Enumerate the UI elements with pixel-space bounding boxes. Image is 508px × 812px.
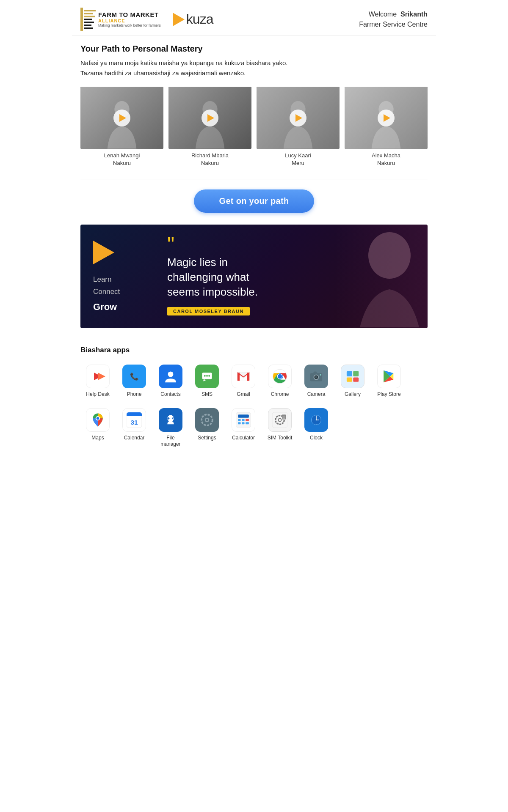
get-on-path-button[interactable]: Get on your path [194, 189, 315, 213]
app-contacts[interactable]: Contacts [153, 360, 188, 402]
svg-rect-5 [84, 22, 94, 23]
app-maps[interactable]: Maps [80, 404, 115, 452]
svg-rect-38 [314, 372, 317, 374]
video-label-4: Alex MachaNakuru [345, 152, 428, 167]
ftma-subtitle: ALLIANCE [98, 18, 161, 24]
sms-icon [195, 365, 219, 388]
ftma-tagline: Making markets work better for farmers [98, 24, 161, 28]
video-card-1[interactable]: Lenah MwangiNakuru [80, 87, 163, 167]
calendar-label: Calendar [124, 435, 145, 442]
kuza-play-icon [173, 13, 185, 26]
gmail-icon-svg [236, 369, 251, 384]
svg-rect-77 [282, 416, 285, 416]
apps-section: Biashara apps Help Desk 📞 Phone [72, 342, 436, 465]
svg-point-22 [206, 375, 208, 377]
app-gmail[interactable]: Gmail [226, 360, 261, 402]
playstore-icon-svg [381, 369, 397, 384]
calculator-label: Calculator [232, 435, 255, 442]
app-chrome[interactable]: Chrome [262, 360, 297, 402]
helpdesk-icon-svg [90, 369, 105, 384]
svg-point-21 [204, 375, 206, 377]
svg-rect-3 [84, 16, 95, 17]
svg-rect-70 [246, 422, 249, 424]
app-settings[interactable]: Settings [190, 404, 224, 452]
video-label-1: Lenah MwangiNakuru [80, 152, 163, 167]
header: FARM TO MARKET ALLIANCE Making markets w… [72, 0, 436, 36]
header-logos: FARM TO MARKET ALLIANCE Making markets w… [80, 8, 213, 31]
video-thumb-3[interactable] [257, 87, 340, 149]
svg-point-52 [97, 417, 99, 420]
welcome-text: Welcome [369, 11, 397, 18]
banner-grow-text: Grow [93, 302, 117, 313]
svg-rect-41 [347, 371, 352, 376]
app-phone[interactable]: 📞 Phone [117, 360, 152, 402]
helpdesk-label: Help Desk [86, 391, 109, 398]
video-card-4[interactable]: Alex MachaNakuru [345, 87, 428, 167]
app-gallery[interactable]: Gallery [335, 360, 370, 402]
svg-rect-6 [84, 25, 91, 26]
hero-description: Nafasi ya mara moja katika maisha ya kup… [80, 58, 428, 78]
phone-label: Phone [127, 391, 142, 398]
video-label-2: Richard MbariaNakuru [168, 152, 251, 167]
clock-icon-svg [309, 412, 324, 428]
video-card-2[interactable]: Richard MbariaNakuru [168, 87, 251, 167]
svg-rect-28 [247, 373, 249, 381]
app-simtoolkit[interactable]: SIM Toolkit [262, 404, 297, 452]
video-card-3[interactable]: Lucy KaariMeru [257, 87, 340, 167]
app-sms[interactable]: SMS [190, 360, 224, 402]
settings-label: Settings [198, 435, 216, 442]
app-filemanager[interactable]: Filemanager [153, 404, 188, 452]
app-calculator[interactable]: Calculator [226, 404, 261, 452]
camera-icon-svg [309, 369, 324, 384]
calculator-icon-svg [236, 412, 251, 428]
gallery-icon-svg [345, 369, 360, 384]
app-calendar[interactable]: 31 Calendar [117, 404, 152, 452]
app-helpdesk[interactable]: Help Desk [80, 360, 115, 402]
play-icon-3 [295, 114, 302, 122]
svg-rect-67 [246, 419, 249, 421]
svg-point-18 [168, 372, 174, 377]
simtoolkit-label: SIM Toolkit [268, 435, 292, 442]
play-button-3[interactable] [290, 110, 306, 126]
svg-point-32 [278, 374, 282, 379]
play-button-2[interactable] [202, 110, 218, 126]
svg-point-12 [368, 232, 411, 279]
learn-text: Learn [93, 275, 111, 283]
play-button-1[interactable] [113, 110, 130, 126]
svg-rect-68 [238, 422, 240, 424]
play-icon-4 [384, 114, 390, 122]
filemanager-icon [159, 408, 182, 432]
apps-section-title: Biashara apps [80, 346, 428, 354]
video-thumb-1[interactable] [80, 87, 163, 149]
gmail-label: Gmail [237, 391, 250, 398]
cta-section: Get on your path [80, 189, 428, 213]
svg-text:📞: 📞 [130, 372, 139, 381]
ftma-icon [80, 8, 96, 31]
app-camera[interactable]: Camera [299, 360, 334, 402]
ftma-text: FARM TO MARKET ALLIANCE Making markets w… [98, 11, 161, 28]
svg-point-74 [279, 419, 281, 421]
clock-icon [304, 408, 328, 432]
filemanager-label: Filemanager [160, 435, 180, 448]
banner: Learn Connect Grow " Magic lies inchalle… [80, 225, 428, 328]
svg-rect-69 [242, 422, 244, 424]
phone-icon: 📞 [122, 365, 146, 388]
chrome-icon-svg [272, 369, 287, 384]
app-clock[interactable]: Clock [299, 404, 334, 452]
connect-text: Connect [93, 288, 120, 296]
settings-icon [195, 408, 219, 432]
clock-label: Clock [310, 435, 323, 442]
play-icon-1 [119, 114, 126, 122]
app-playstore[interactable]: Play Store [372, 360, 406, 402]
svg-rect-0 [80, 8, 83, 31]
sms-label: SMS [202, 391, 213, 398]
play-button-4[interactable] [378, 110, 395, 126]
welcome-message: Welcome Srikanth Farmer Service Centre [359, 9, 428, 30]
playstore-icon [377, 365, 401, 388]
camera-label: Camera [307, 391, 326, 398]
video-thumb-2[interactable] [168, 87, 251, 149]
helpdesk-icon [86, 365, 110, 388]
video-thumb-4[interactable] [345, 87, 428, 149]
simtoolkit-icon-svg [272, 412, 287, 428]
svg-rect-78 [282, 417, 285, 417]
